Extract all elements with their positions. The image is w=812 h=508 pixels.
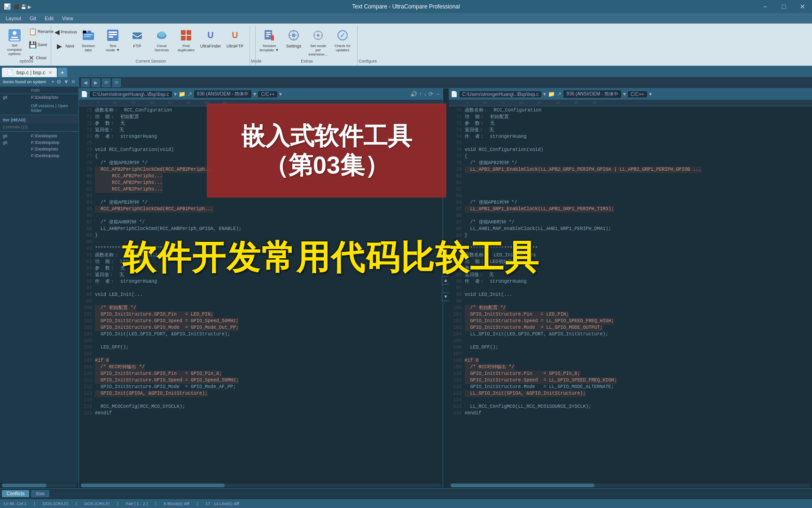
extras-group-label: Extras [257,59,357,64]
tab-bar: 📄 bsp.c | bsp.c ✕ + [0,66,812,77]
set-compare-options-label: Set compareoptions [4,44,25,56]
left-folder-icon[interactable]: 📁 [179,91,186,97]
ftp-button[interactable]: FTP [125,25,149,54]
left-lang-arrow[interactable]: ▾ [279,91,282,97]
right-line-45: 114 [451,397,811,404]
right-line-12: 81 [451,180,811,186]
left-mic-icon[interactable]: 🔊 [410,91,417,97]
left-line-39: 108#if 0 [81,357,441,364]
compare-options-icon [7,28,22,43]
bottom-tab-dow[interactable]: dow [31,490,49,497]
sidebar-row-3[interactable]: Diff versions | Open folder [0,103,78,114]
tab-new[interactable]: + [58,68,67,77]
bottom-tab-conflicts[interactable]: Conflicts [2,490,29,497]
next-label: Next [65,44,74,48]
session-template-button[interactable]: Sessiontemplate ▼ [258,25,281,54]
right-line-36: 105 [451,338,811,344]
sidebar-row-1[interactable]: git F:\Desktop\sto [0,94,78,101]
svg-rect-19 [187,30,191,35]
sync-btn-1[interactable]: ◀ [81,79,90,87]
svg-rect-2 [11,37,18,38]
save-icon: 💾 [29,40,37,49]
previous-button[interactable]: ◀ Previous [53,25,76,39]
sidebar-close-icon[interactable]: ✕ [71,79,76,85]
left-code-content[interactable]: 70函数名称： RCC_Configuration71功 能： 初始配置72参 … [79,106,443,483]
sidebar-row-3-path: Diff versions | Open folder [31,103,76,113]
next-button[interactable]: ▶ Next [53,40,76,53]
tab-bsp[interactable]: 📄 bsp.c | bsp.c ✕ [2,68,57,77]
left-sync-icon[interactable]: ⟳ [429,91,433,97]
left-encoding-arrow[interactable]: ▾ [253,91,256,97]
set-mode-extension-button[interactable]: Set mode perextension... [306,25,330,58]
left-line-6: 75 [81,140,441,147]
sidebar-scrollbar[interactable] [0,483,78,488]
panel-splitter[interactable]: ▲ ⋮ ▼ [443,88,449,488]
right-code-content[interactable]: 70函数名称： RCC_Configuration71功 能： 初始配置72参 … [449,106,812,483]
left-up-icon[interactable]: ↑ [419,91,422,97]
right-scrollbar-h[interactable] [449,483,812,488]
menu-git[interactable]: Git [26,14,40,23]
right-line-22: 91************************** [451,246,811,252]
right-line-14: 83 [451,193,811,199]
rename-button[interactable]: 📋 Rename [27,25,48,38]
set-compare-options-button[interactable]: Set compareoptions [3,25,26,57]
sidebar-commit-4-path: F:\Desktopstop [31,153,76,158]
sidebar-commit-1-path: F:\Desktopsto [31,134,76,138]
ultraftp-button[interactable]: U UltraFTP [223,25,247,54]
settings-button[interactable]: Settings [282,25,305,54]
left-toolbar-icon1[interactable]: 📄 [81,91,88,97]
cloud-services-button[interactable]: CloudServices [150,25,173,54]
sidebar-settings-icon[interactable]: ⚙ [56,79,62,85]
right-line-28: 97 [451,285,811,292]
left-nav-right[interactable]: → [435,91,441,97]
sync-btn-2[interactable]: ▶ [92,79,100,87]
ribbon-group-extras: Sessiontemplate ▼ Settings [257,25,358,65]
text-mode-icon [105,28,120,43]
sidebar-add-icon[interactable]: + [51,79,55,85]
text-mode-button[interactable]: Textmode ▼ [101,25,125,54]
left-line-32: 101 GPIO_InitStructure.GPIO_Pin = LED_PI… [81,311,441,318]
menu-view[interactable]: View [58,14,77,23]
tab-bsp-close[interactable]: ✕ [48,70,52,75]
left-scrollbar-h[interactable] [79,483,443,488]
save-button[interactable]: 💾 Save [27,39,48,51]
svg-rect-8 [84,36,91,37]
menu-edit[interactable]: Edit [41,14,57,23]
right-folder-icon[interactable]: 📁 [548,91,555,97]
sync-btn-3[interactable]: ⟳ [102,79,110,87]
find-duplicates-button[interactable]: Findduplicates [174,25,198,54]
minimize-button[interactable]: − [756,0,774,13]
sync-btn-4[interactable]: ⟳ [112,79,121,87]
left-down-icon[interactable]: ↓ [424,91,427,97]
left-line-14: 83 [81,193,441,199]
sidebar-commit-4[interactable]: F:\Desktopstop [0,152,78,159]
session-tabs-button[interactable]: Sessiontabs [77,25,100,54]
sidebar-header: itories found on system + ⚙ ▼ ✕ [0,77,78,87]
right-line-5: 74作 者： strongerHuang [451,134,811,140]
right-encoding-arrow[interactable]: ▾ [623,91,626,97]
sidebar-commit-3[interactable]: F:\Desktop\sto [0,146,78,152]
right-toolbar-icon1[interactable]: 📄 [451,91,458,97]
right-path-icon[interactable]: ▾ [543,91,546,97]
left-file-path: C:\Users\strongerHuang\..\Bsp\bsp.c [90,91,172,97]
left-path-icon[interactable]: ▾ [174,91,177,97]
left-toolbar: 📄 C:\Users\strongerHuang\..\Bsp\bsp.c ▾ … [79,88,443,100]
maximize-button[interactable]: □ [774,0,793,13]
ultrafinder-button[interactable]: U UltraFinder [199,25,222,54]
sidebar-commit-1[interactable]: git F:\Desktopsto [0,133,78,139]
left-nav-icon[interactable]: ↗ [187,91,192,97]
right-line-19: 88 LL_AHB1_MAP_enableClock(LL_AHB1_GRP1_… [451,226,811,232]
svg-rect-30 [293,30,294,32]
check-updates-button[interactable]: ✓ Check forupdates [331,25,354,54]
right-line-15: 84 /* 使能APB1时钟 */ [451,199,811,206]
right-lang-arrow[interactable]: ▾ [649,91,652,97]
status-separator-1: | [34,501,35,506]
sidebar-chevron-icon[interactable]: ▼ [63,79,69,85]
sidebar-commit-2[interactable]: git F:\Desktopstop [0,139,78,146]
menu-layout[interactable]: Layout [2,14,25,23]
right-nav-icon[interactable]: ↗ [557,91,562,97]
title-bar: 📊 ⬛ 💾 ▶ Text Compare - UltraCompare Prof… [0,0,812,13]
right-line-11: 80 [451,173,811,180]
close-button[interactable]: ✕ [793,0,812,13]
left-line-3: 72参 数： 无 [81,120,441,127]
